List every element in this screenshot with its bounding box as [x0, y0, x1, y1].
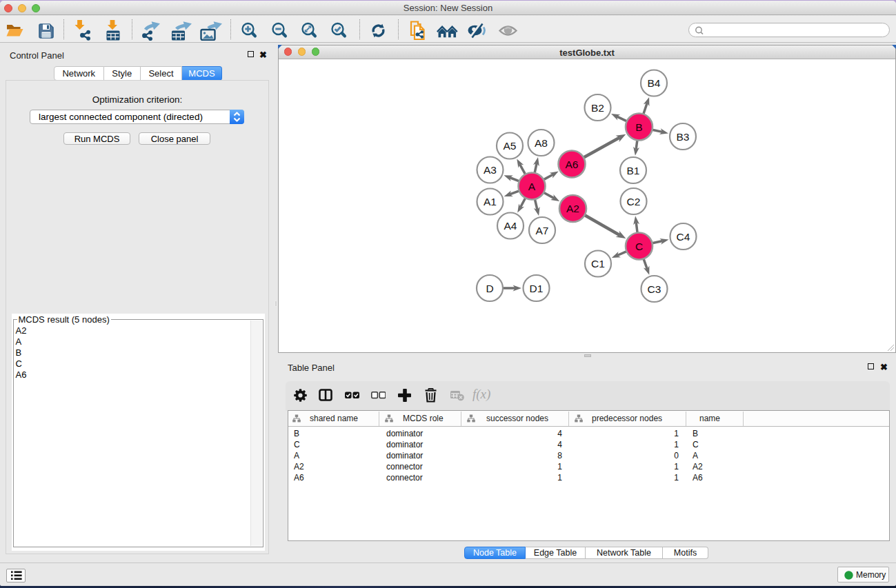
svg-text:D1: D1 [530, 282, 544, 294]
svg-text:C1: C1 [591, 258, 605, 270]
svg-text:C2: C2 [627, 195, 641, 207]
svg-text:A5: A5 [504, 140, 517, 152]
svg-text:A7: A7 [536, 224, 549, 236]
svg-text:A2: A2 [566, 203, 579, 214]
svg-text:B2: B2 [591, 101, 604, 113]
svg-text:B: B [635, 121, 642, 132]
svg-text:D: D [486, 282, 493, 294]
svg-text:C3: C3 [648, 283, 661, 294]
svg-text:B4: B4 [648, 77, 661, 89]
svg-text:A3: A3 [484, 164, 497, 176]
svg-text:C: C [635, 240, 643, 252]
svg-text:A6: A6 [566, 158, 579, 170]
svg-text:B1: B1 [627, 164, 640, 176]
svg-text:A1: A1 [484, 196, 497, 207]
svg-text:A: A [528, 180, 536, 192]
svg-text:f(x): f(x) [472, 387, 490, 402]
svg-text:C4: C4 [677, 230, 690, 242]
svg-text:B3: B3 [677, 130, 690, 142]
svg-text:A8: A8 [535, 136, 548, 148]
svg-text:A4: A4 [504, 220, 517, 232]
